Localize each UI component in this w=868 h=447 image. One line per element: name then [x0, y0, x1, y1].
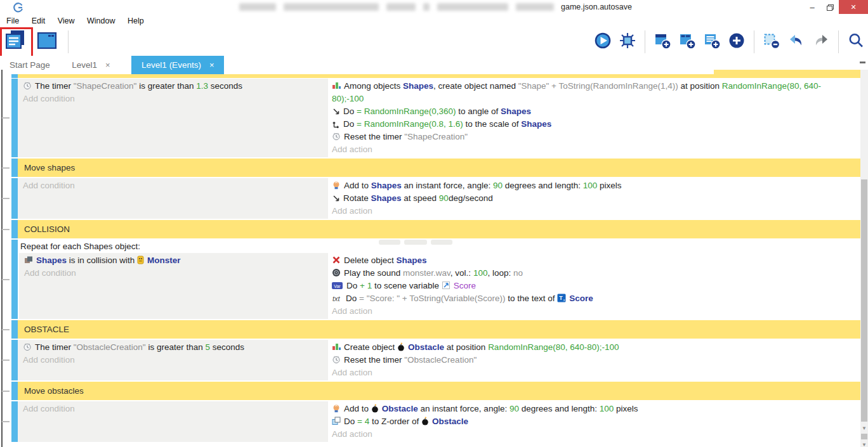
- text-segment: The timer: [35, 81, 74, 91]
- obstacle-icon: [397, 342, 405, 351]
- add-condition-button[interactable]: Add condition: [18, 354, 328, 366]
- condition-row[interactable]: Shapes is in collision with Monster: [19, 254, 328, 267]
- comment-text[interactable]: OBSTACLE: [18, 320, 860, 339]
- render-artifact: [379, 240, 400, 245]
- add-condition-button[interactable]: Add condition: [18, 93, 328, 105]
- add-subevent-button[interactable]: [678, 29, 697, 55]
- add-action-button[interactable]: Add action: [328, 366, 860, 379]
- event-bar: [11, 178, 18, 219]
- scroll-down-arrow-icon[interactable]: ▼: [860, 424, 868, 432]
- action-row[interactable]: Create object Obstacle at position Rando…: [328, 341, 860, 354]
- close-tab-icon[interactable]: ×: [209, 60, 214, 70]
- text-segment: Shapes: [397, 256, 427, 265]
- undo-button[interactable]: [787, 29, 806, 55]
- add-comment-button[interactable]: [702, 29, 721, 55]
- svg-text:Var: Var: [334, 284, 341, 288]
- action-row[interactable]: Add to Obstacle an instant force, angle:…: [328, 403, 860, 415]
- event-bar: [11, 320, 18, 339]
- condition-row[interactable]: The timer "ShapeCreation" is greater tha…: [18, 80, 328, 93]
- action-row[interactable]: Add to Shapes an instant force, angle: 9…: [328, 179, 860, 192]
- monster-icon: [137, 256, 144, 264]
- add-condition-button[interactable]: Add condition: [19, 267, 328, 280]
- events-sheet: The timer "ShapeCreation" is greater tha…: [0, 70, 868, 447]
- action-row[interactable]: VarDo + 1 to scene variable Score: [328, 280, 860, 292]
- add-action-button[interactable]: Add action: [328, 205, 860, 217]
- scroll-down-arrow-icon[interactable]: ▼: [860, 441, 868, 447]
- add-action-button[interactable]: Add action: [328, 143, 860, 156]
- action-row[interactable]: Do = RandomInRange(0,360) to angle of Sh…: [328, 105, 860, 118]
- condition-row[interactable]: The timer "ObstacleCreation" is greater …: [18, 341, 328, 354]
- open-events-sheet-button[interactable]: [3, 29, 28, 55]
- scrollbar-thumb[interactable]: [861, 179, 867, 422]
- repeat-event-block: Repeat for each Shapes object:Shapes is …: [11, 240, 860, 319]
- minimize-button[interactable]: –: [803, 0, 821, 14]
- close-button[interactable]: ✕: [839, 0, 868, 14]
- text-segment: Do: [344, 417, 357, 426]
- action-row[interactable]: Delete object Shapes: [328, 254, 860, 267]
- menu-bar: File Edit View Window Help: [0, 14, 868, 28]
- vertical-scrollbar[interactable]: ▼ ▼: [860, 70, 868, 447]
- text-segment: 1.3: [196, 81, 208, 91]
- text-segment: Reset the timer: [344, 355, 404, 365]
- event-drag-tick: [2, 117, 10, 119]
- actions-column: Delete object ShapesPlay the sound monst…: [328, 253, 860, 319]
- action-row[interactable]: Rotate Shapes at speed 90deg/second: [328, 192, 860, 205]
- redacted-title-path: [239, 3, 554, 11]
- action-row[interactable]: Reset the timer "ObstacleCreation": [328, 354, 860, 366]
- menu-file[interactable]: File: [1, 14, 24, 27]
- conditions-column: The timer "ShapeCreation" is greater tha…: [18, 79, 328, 157]
- text-segment: Add condition: [24, 268, 76, 278]
- conditions-column: The timer "ObstacleCreation" is greater …: [18, 340, 328, 380]
- toolbar-separator: [645, 30, 645, 53]
- add-event-button[interactable]: [653, 29, 672, 55]
- conditions-column: Add condition: [18, 401, 328, 442]
- add-condition-button[interactable]: Add condition: [18, 179, 328, 192]
- add-condition-button[interactable]: Add condition: [18, 403, 328, 415]
- text-segment: "ObstacleCreation": [404, 355, 477, 365]
- preview-button[interactable]: [593, 29, 612, 55]
- scrollbar-top-mark: [860, 62, 865, 63]
- force-icon: [332, 181, 341, 190]
- text-segment: Add to: [344, 181, 371, 190]
- comment-text[interactable]: Move obstacles: [18, 382, 860, 400]
- action-row[interactable]: Among objects Shapes, create object name…: [328, 80, 860, 105]
- open-scene-editor-button[interactable]: [34, 29, 60, 55]
- action-row[interactable]: Play the sound monster.wav, vol.: 100, l…: [328, 267, 860, 280]
- action-row[interactable]: txtDo = "Score: " + ToString(Variable(Sc…: [328, 292, 860, 305]
- menu-edit[interactable]: Edit: [27, 14, 51, 27]
- event-block: Add conditionAdd to Obstacle an instant …: [11, 401, 860, 442]
- text-segment: The timer: [35, 342, 74, 352]
- add-action-button[interactable]: Add action: [328, 305, 860, 318]
- text-segment: an instant force, angle:: [418, 404, 510, 413]
- scrollbar-thumb-secondary[interactable]: [861, 434, 867, 439]
- search-button[interactable]: [846, 29, 865, 55]
- text-segment: Obstacle: [382, 404, 418, 413]
- close-tab-icon[interactable]: ×: [105, 60, 110, 70]
- menu-help[interactable]: Help: [122, 14, 149, 27]
- text-segment: to the text of: [505, 294, 557, 303]
- debug-button[interactable]: [618, 29, 637, 55]
- title-bar: game.json.autosave – ✕: [0, 0, 868, 15]
- menu-window[interactable]: Window: [82, 14, 120, 27]
- action-row[interactable]: Do = RandomInRange(0.8, 1.6) to the scal…: [328, 118, 860, 131]
- comment-block: Move obstacles: [11, 382, 860, 400]
- action-row[interactable]: Do = 4 to Z-order of Obstacle: [328, 415, 860, 428]
- comment-text[interactable]: COLLISION: [18, 220, 860, 238]
- text-segment: Add action: [332, 429, 372, 439]
- text-segment: Do: [343, 107, 357, 116]
- comment-text[interactable]: Move shapes: [18, 159, 860, 177]
- text-segment: pixels: [614, 404, 638, 413]
- zorder-icon: [332, 417, 341, 425]
- menu-view[interactable]: View: [53, 14, 80, 27]
- clock-icon: [23, 342, 32, 351]
- event-block-selected: The timer "ObstacleCreation" is greater …: [11, 340, 860, 380]
- create-icon: [332, 342, 341, 351]
- text-segment: Obstacle: [432, 417, 468, 426]
- add-new-button[interactable]: [727, 29, 746, 55]
- action-row[interactable]: Reset the timer "ShapeCreation": [328, 131, 860, 143]
- events-list: The timer "ShapeCreation" is greater tha…: [11, 74, 860, 443]
- redo-button[interactable]: [812, 29, 831, 55]
- add-action-button[interactable]: Add action: [328, 428, 860, 441]
- delete-selection-button[interactable]: [762, 29, 781, 55]
- restore-button[interactable]: [821, 0, 839, 14]
